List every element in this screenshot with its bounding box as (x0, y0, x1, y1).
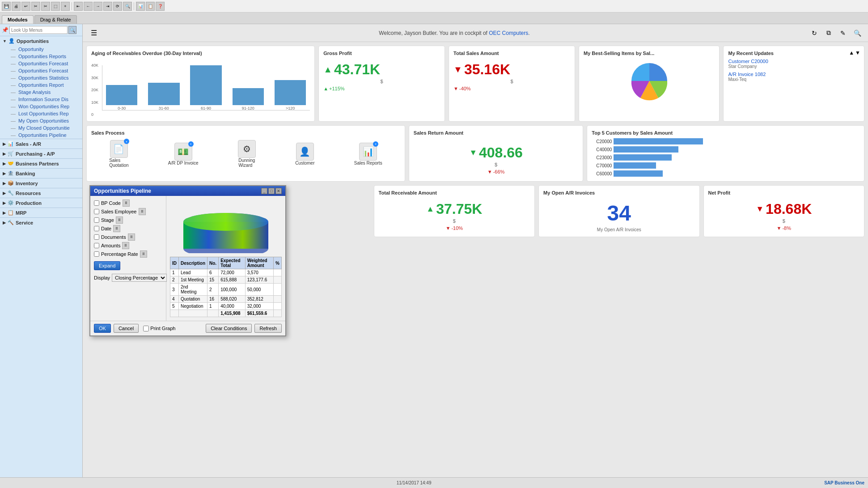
company-link[interactable]: OEC Computers (489, 30, 528, 36)
toolbar-btn-9[interactable]: ← (84, 2, 93, 11)
sidebar-section-resources[interactable]: ▶ 🔧 Resources (0, 188, 82, 198)
recent-update-link-2[interactable]: A/R Invoice 1082 (728, 72, 860, 77)
drag-handle-7[interactable]: ⠿ (140, 250, 147, 258)
sp-item-sales-quotation[interactable]: 📄 • SalesQuotation (109, 140, 128, 168)
toolbar-btn-12[interactable]: ⟳ (113, 2, 122, 11)
table-row-3[interactable]: 3 2nd Meeting 2 100,000 50,000 (170, 284, 282, 296)
sidebar-section-inventory[interactable]: ▶ 📦 Inventory (0, 178, 82, 188)
toolbar-btn-7[interactable]: + (61, 2, 70, 11)
sidebar-item-opp-report[interactable]: — Opportunities Report (0, 81, 82, 89)
cell-3-expected: 100,000 (219, 284, 246, 296)
drag-handle-2[interactable]: ⠿ (139, 208, 146, 215)
search-button[interactable]: 🔍 (68, 26, 76, 34)
toolbar-sep-2 (134, 2, 134, 10)
sidebar-item-opp-forecast-2[interactable]: — Opportunities Forecast (0, 67, 82, 74)
clear-conditions-button[interactable]: Clear Conditions (206, 324, 252, 333)
toolbar-btn-15[interactable]: 📋 (146, 2, 155, 11)
cancel-button[interactable]: Cancel (114, 324, 139, 333)
toolbar-btn-8[interactable]: ⇤ (74, 2, 83, 11)
card-recent-updates: My Recent Updates Customer C20000 Star C… (723, 46, 864, 122)
modal-maximize-button[interactable]: □ (268, 188, 275, 194)
checkbox-bp-code[interactable] (94, 200, 99, 206)
hamburger-button[interactable]: ☰ (88, 28, 100, 38)
sidebar-item-stage-analysis[interactable]: — Stage Analysis (0, 89, 82, 96)
print-graph-label: Print Graph (143, 326, 175, 331)
sidebar-item-won-opp[interactable]: — Won Opportunities Rep (0, 103, 82, 110)
company-suffix: . (528, 30, 529, 36)
cell-3-pct (274, 284, 282, 296)
refresh-button[interactable]: ↻ (809, 28, 820, 38)
col-expected-total: Expected Total (219, 257, 246, 269)
chevron-down-icon[interactable]: ▼ (855, 50, 860, 56)
sidebar-item-my-closed-opp[interactable]: — My Closed Opportunitie (0, 124, 82, 132)
checkbox-percentage-rate[interactable] (94, 251, 99, 257)
sidebar-section-business-partners[interactable]: ▶ 🤝 Business Partners (0, 158, 82, 168)
sidebar-item-lost-opp[interactable]: — Lost Opportunities Rep (0, 110, 82, 117)
drag-handle-5[interactable]: ⠿ (128, 233, 135, 241)
search-button-header[interactable]: 🔍 (852, 28, 863, 38)
drag-handle-3[interactable]: ⠿ (116, 216, 123, 224)
toolbar-btn-14[interactable]: 📊 (136, 2, 145, 11)
toolbar-btn-4[interactable]: ✂ (31, 2, 40, 11)
sidebar-item-info-source[interactable]: — Information Source Dis (0, 96, 82, 103)
sidebar-section-purchasing-ap[interactable]: ▶ 🛒 Purchasing - A/P (0, 149, 82, 158)
sra-title: Sales Return Amount (414, 130, 578, 136)
sp-item-customer[interactable]: 👤 Customer (295, 143, 314, 165)
toolbar-btn-16[interactable]: ❓ (156, 2, 165, 11)
sp-item-dunning[interactable]: ⚙ DunningWizard (238, 140, 256, 168)
toolbar-btn-5[interactable]: ✂ (41, 2, 50, 11)
sidebar-item-opportunity[interactable]: — Opportunity (0, 46, 82, 53)
sidebar-item-opp-pipeline[interactable]: — Opportunities Pipeline (0, 132, 82, 139)
display-select[interactable]: Closing Percentage (112, 274, 167, 282)
tab-modules[interactable]: Modules (2, 15, 34, 24)
search-input[interactable] (9, 26, 68, 34)
sidebar-item-opp-reports[interactable]: — Opportunities Reports (0, 53, 82, 60)
table-row-1[interactable]: 1 Lead 6 72,000 3,570 (170, 269, 282, 276)
sidebar-item-opp-forecast-1[interactable]: — Opportunities Forecast (0, 60, 82, 67)
tab-drag-relate[interactable]: Drag & Relate (34, 15, 77, 24)
toolbar-btn-6[interactable]: ⬚ (51, 2, 60, 11)
checkbox-amounts[interactable] (94, 243, 99, 248)
sidebar-section-banking[interactable]: ▶ 🏦 Banking (0, 168, 82, 178)
expand-button[interactable]: Expand (94, 261, 120, 270)
drag-handle-4[interactable]: ⠿ (113, 225, 120, 232)
chart-y-labels: 40K 30K 20K 10K 0 (91, 63, 100, 117)
sp-item-sales-reports[interactable]: 📊 • Sales Reports (354, 143, 382, 165)
sidebar-item-my-open-opp[interactable]: — My Open Opportunities (0, 117, 82, 124)
clipboard-button[interactable]: ⧉ (823, 28, 834, 38)
toolbar-btn-2[interactable]: 🖨 (12, 2, 21, 11)
modal-close-button[interactable]: ✕ (275, 188, 282, 194)
table-row-5[interactable]: 5 Negotiation 1 40,000 32,000 (170, 303, 282, 310)
checkbox-documents[interactable] (94, 234, 99, 240)
toolbar-btn-3[interactable]: ↩ (21, 2, 30, 11)
drag-handle-6[interactable]: ⠿ (122, 242, 129, 249)
refresh-modal-button[interactable]: Refresh (254, 324, 282, 333)
sra-currency: $ (414, 162, 578, 167)
modal-left-panel: BP Code ⠿ Sales Employee ⠿ Stage ⠿ Date … (90, 196, 166, 321)
toolbar-btn-11[interactable]: ⇥ (103, 2, 112, 11)
edit-button[interactable]: ✎ (838, 28, 848, 38)
print-graph-checkbox[interactable] (143, 326, 149, 331)
sidebar-section-production[interactable]: ▶ ⚙️ Production (0, 198, 82, 208)
table-row-4[interactable]: 4 Quotation 16 588,020 352,812 (170, 296, 282, 303)
sidebar-section-mrp[interactable]: ▶ 📋 MRP (0, 208, 82, 217)
sidebar-section-opportunities[interactable]: ▼ 👤 Opportunities (0, 36, 82, 46)
sidebar-section-sales-ar[interactable]: ▶ 📊 Sales - A/R (0, 139, 82, 149)
toolbar-btn-10[interactable]: → (93, 2, 102, 11)
opp-forecast-1-label: Opportunities Forecast (18, 61, 68, 66)
checkbox-date[interactable] (94, 226, 99, 231)
modal-minimize-button[interactable]: _ (261, 188, 267, 194)
sidebar-item-opp-stats[interactable]: — Opportunities Statistics (0, 74, 82, 81)
checkbox-stage[interactable] (94, 217, 99, 223)
chevron-up-icon[interactable]: ▲ (849, 50, 854, 56)
sidebar-section-service[interactable]: ▶ 🔨 Service (0, 217, 82, 227)
drag-handle-1[interactable]: ⠿ (123, 199, 130, 207)
checkbox-sales-employee[interactable] (94, 209, 99, 214)
recent-update-link-1[interactable]: Customer C20000 (728, 59, 860, 64)
toolbar-btn-1[interactable]: 💾 (2, 2, 11, 11)
cell-5-no: 1 (207, 303, 219, 310)
table-row-2[interactable]: 2 1st Meeting 15 615,888 123,177.6 (170, 276, 282, 284)
sp-item-ar-dp-invoice[interactable]: 💵 • A/R DP Invoice (168, 143, 199, 165)
ok-button[interactable]: OK (94, 324, 111, 333)
toolbar-btn-13[interactable]: 🔍 (123, 2, 132, 11)
